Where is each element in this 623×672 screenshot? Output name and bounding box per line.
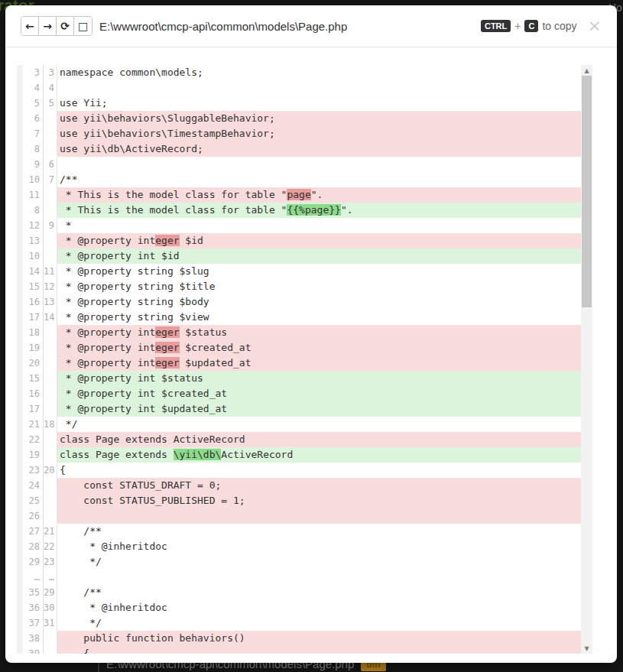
code-line: * @property int $id bbox=[57, 248, 587, 264]
line-number-new bbox=[44, 355, 57, 371]
nav-button-group: ← → ⟳ □ bbox=[21, 16, 92, 36]
plus-sign: + bbox=[514, 20, 521, 32]
code-line bbox=[57, 157, 587, 172]
copy-hint-text: to copy bbox=[542, 20, 576, 32]
frame-view-button[interactable]: □ bbox=[74, 17, 92, 35]
modal-body: 33namespace common\models;4455use Yii;6u… bbox=[5, 47, 617, 663]
code-line bbox=[57, 508, 587, 524]
diff-row: 15 * @property int $status bbox=[23, 371, 587, 386]
line-number-old: 18 bbox=[23, 325, 44, 340]
code-line: * @inheritdoc bbox=[57, 539, 587, 554]
line-number-old: 8 bbox=[23, 141, 44, 157]
diff-row: 1411 * @property string $slug bbox=[23, 264, 587, 279]
line-number-new bbox=[44, 141, 57, 157]
line-number-new: 6 bbox=[44, 157, 57, 172]
code-line: * @property integer $updated_at bbox=[57, 355, 587, 371]
line-number-old: 7 bbox=[23, 126, 44, 141]
line-number-old: 4 bbox=[23, 80, 44, 96]
line-number-new: 4 bbox=[44, 80, 57, 96]
line-number-old: 35 bbox=[23, 585, 44, 600]
scroll-down-icon[interactable]: ▼ bbox=[581, 643, 592, 654]
diff-row: 7use yii\behaviors\TimestampBehavior; bbox=[23, 126, 587, 141]
line-number-new: 5 bbox=[44, 96, 57, 111]
line-number-new bbox=[44, 203, 57, 218]
line-number-old: 17 bbox=[23, 401, 44, 417]
line-number-new: 12 bbox=[44, 279, 57, 294]
line-number-old: 26 bbox=[23, 508, 44, 524]
line-number-old: 21 bbox=[23, 417, 44, 432]
word-diff-highlight: {{%page}} bbox=[287, 204, 340, 216]
line-number-new: 11 bbox=[44, 264, 57, 279]
scroll-up-icon[interactable]: ▲ bbox=[581, 65, 592, 76]
code-line: public function behaviors() bbox=[57, 631, 587, 646]
line-number-new: 23 bbox=[44, 554, 57, 570]
diff-row: 55use Yii; bbox=[23, 96, 587, 111]
line-number-old: 15 bbox=[23, 279, 44, 294]
back-button[interactable]: ← bbox=[21, 17, 39, 35]
line-number-old: 6 bbox=[23, 111, 44, 126]
code-line: namespace common\models; bbox=[57, 65, 587, 80]
code-line: * bbox=[57, 218, 587, 233]
diff-row: 8use yii\db\ActiveRecord; bbox=[23, 141, 587, 157]
code-line: * @property integer $id bbox=[57, 233, 587, 248]
diff-row: 1613 * @property string $body bbox=[23, 294, 587, 310]
line-number-new bbox=[44, 447, 57, 463]
forward-button[interactable]: → bbox=[39, 17, 57, 35]
line-number-old: 10 bbox=[23, 172, 44, 187]
line-number-old: 39 bbox=[23, 646, 44, 654]
code-line: use yii\behaviors\SluggableBehavior; bbox=[57, 111, 587, 126]
line-number-new bbox=[44, 508, 57, 524]
code-line: const STATUS_PUBLISHED = 1; bbox=[57, 493, 587, 508]
word-diff-highlight: eger bbox=[155, 235, 179, 246]
line-number-old: 37 bbox=[23, 615, 44, 631]
code-line: * @property int $updated_at bbox=[57, 401, 587, 417]
line-number-new: 30 bbox=[44, 600, 57, 615]
diff-row: 17 * @property int $updated_at bbox=[23, 401, 587, 417]
code-line: * @property int $status bbox=[57, 371, 587, 386]
line-number-old: 3 bbox=[23, 65, 44, 80]
code-line: * @property string $body bbox=[57, 294, 587, 310]
line-number-old: 12 bbox=[23, 218, 44, 233]
scrollbar-track[interactable]: ▲ ▼ bbox=[581, 65, 592, 654]
line-number-new: 20 bbox=[44, 463, 57, 478]
diff-row: 2721 /** bbox=[23, 524, 587, 539]
code-line: */ bbox=[57, 417, 587, 432]
code-line: /** bbox=[57, 524, 587, 539]
line-number-old: 9 bbox=[23, 157, 44, 172]
code-line: * @property string $view bbox=[57, 310, 587, 325]
line-number-old: 20 bbox=[23, 355, 44, 371]
diff-row: 2320{ bbox=[23, 463, 587, 478]
line-number-old: 8 bbox=[23, 203, 44, 218]
code-line bbox=[57, 570, 587, 585]
diff-row: 1714 * @property string $view bbox=[23, 310, 587, 325]
diff-row: 10 * @property int $id bbox=[23, 248, 587, 264]
diff-row: 3630 * @inheritdoc bbox=[23, 600, 587, 615]
scrollbar-thumb[interactable] bbox=[582, 76, 592, 307]
diff-row: 38 public function behaviors() bbox=[23, 631, 587, 646]
word-diff-highlight: eger bbox=[155, 326, 179, 338]
code-line: * This is the model class for table "pag… bbox=[57, 187, 587, 203]
c-key-badge: C bbox=[524, 20, 538, 32]
line-number-old: 17 bbox=[23, 310, 44, 325]
close-icon[interactable]: × bbox=[588, 19, 602, 33]
diff-row: 6use yii\behaviors\SluggableBehavior; bbox=[23, 111, 587, 126]
refresh-button[interactable]: ⟳ bbox=[57, 17, 74, 35]
code-line: { bbox=[57, 646, 587, 654]
line-number-new bbox=[44, 111, 57, 126]
line-number-new bbox=[44, 187, 57, 203]
diff-row: 8 * This is the model class for table "{… bbox=[23, 203, 587, 218]
line-number-new: 9 bbox=[44, 218, 57, 233]
code-line: * @property integer $created_at bbox=[57, 340, 587, 355]
diff-row: 11 * This is the model class for table "… bbox=[23, 187, 587, 203]
line-number-new: 18 bbox=[44, 417, 57, 432]
code-line: /** bbox=[57, 172, 587, 187]
line-number-new bbox=[44, 325, 57, 340]
frame-icon: □ bbox=[78, 20, 88, 32]
line-number-new bbox=[44, 401, 57, 417]
line-number-new: … bbox=[44, 570, 57, 585]
line-number-new: 31 bbox=[44, 615, 57, 631]
code-line: const STATUS_DRAFT = 0; bbox=[57, 478, 587, 493]
code-line: */ bbox=[57, 615, 587, 631]
word-diff-highlight: \yii\db\ bbox=[174, 449, 222, 460]
diff-row: 129 * bbox=[23, 218, 587, 233]
